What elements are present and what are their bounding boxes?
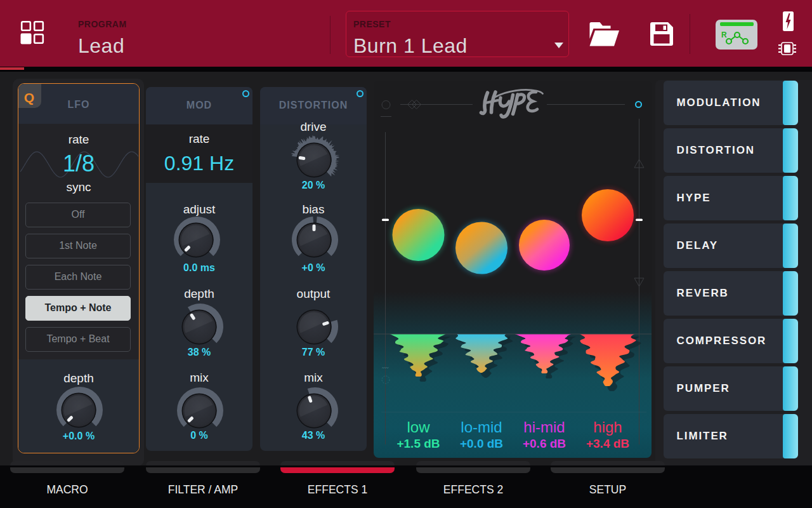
svg-text:lo-mid: lo-mid: [461, 418, 502, 436]
svg-text:low: low: [407, 418, 430, 436]
svg-text:high: high: [593, 418, 622, 436]
svg-text:+3.4 dB: +3.4 dB: [586, 437, 629, 450]
svg-text:+0.6 dB: +0.6 dB: [523, 437, 566, 450]
svg-text:+1.5 dB: +1.5 dB: [396, 437, 440, 450]
svg-text:R: R: [721, 30, 727, 39]
svg-text:hi-mid: hi-mid: [523, 418, 565, 436]
svg-text:+0.0 dB: +0.0 dB: [460, 437, 503, 450]
